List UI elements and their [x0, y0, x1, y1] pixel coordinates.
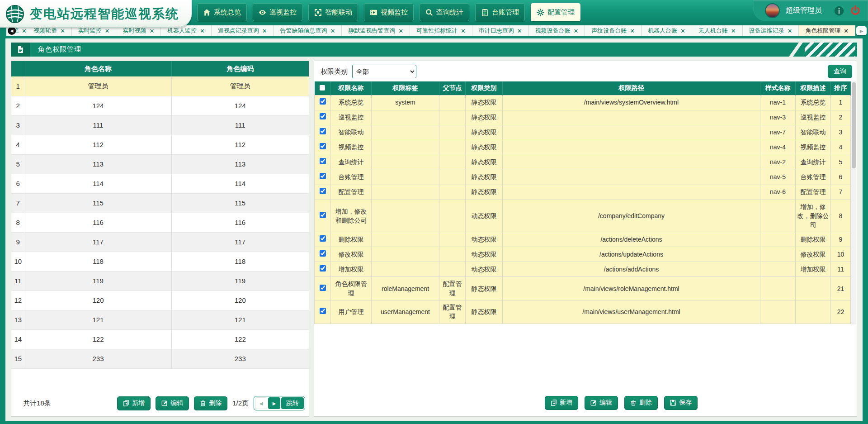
- role-row[interactable]: 8116116: [11, 213, 309, 232]
- role-row[interactable]: 1管理员管理员: [11, 76, 309, 96]
- select-all-header[interactable]: [315, 81, 331, 95]
- perm-add-button[interactable]: 新增: [545, 396, 578, 410]
- row-checkbox[interactable]: [320, 128, 326, 134]
- info-icon[interactable]: [834, 6, 844, 16]
- permission-row[interactable]: 增加权限动态权限/actions/addActions增加权限11: [315, 262, 851, 277]
- role-row[interactable]: 3111111: [11, 115, 309, 135]
- tab-close-icon[interactable]: ✕: [574, 28, 579, 34]
- nav-智能联动[interactable]: 智能联动: [308, 3, 358, 21]
- role-row[interactable]: 7115115: [11, 193, 309, 213]
- role-row[interactable]: 5113113: [11, 154, 309, 174]
- role-row[interactable]: 13121121: [11, 310, 309, 329]
- tab-close-icon[interactable]: ✕: [330, 28, 335, 34]
- tab-设备运维记录[interactable]: 设备运维记录✕: [743, 25, 799, 36]
- tab-close-icon[interactable]: ✕: [60, 28, 65, 34]
- row-index: 13: [11, 310, 25, 329]
- scrollbar[interactable]: [851, 81, 856, 324]
- perm-parent: 配置管理: [439, 300, 466, 324]
- permission-row[interactable]: 巡视监控静态权限nav-3巡视监控2: [315, 110, 851, 125]
- role-name: 117: [25, 232, 171, 252]
- permission-row[interactable]: 查询统计静态权限nav-2查询统计5: [315, 155, 851, 170]
- role-row[interactable]: 14122122: [11, 329, 309, 349]
- row-checkbox[interactable]: [320, 113, 326, 119]
- nav-巡视监控[interactable]: 巡视监控: [253, 3, 302, 21]
- row-checkbox[interactable]: [320, 98, 326, 105]
- tab-静默监视告警查询[interactable]: 静默监视告警查询✕: [342, 25, 410, 36]
- avatar[interactable]: [765, 3, 780, 18]
- tab-scroll-left-icon[interactable]: ◀: [8, 27, 16, 35]
- tab-close-icon[interactable]: ✕: [461, 28, 466, 34]
- prev-page-icon[interactable]: ◀: [255, 397, 267, 409]
- nav-台账管理[interactable]: 台账管理: [475, 3, 525, 21]
- role-add-button[interactable]: 新增: [117, 396, 151, 410]
- nav-查询统计[interactable]: 查询统计: [420, 3, 469, 21]
- row-checkbox[interactable]: [320, 173, 326, 179]
- role-row[interactable]: 6114114: [11, 174, 309, 193]
- nav-配置管理[interactable]: 配置管理: [531, 3, 580, 21]
- tab-告警缺陷信息查询[interactable]: 告警缺陷信息查询✕: [274, 25, 342, 36]
- role-name: 124: [25, 96, 171, 115]
- role-delete-button[interactable]: 删除: [194, 396, 227, 410]
- role-row[interactable]: 15233233: [11, 349, 309, 368]
- tab-close-icon[interactable]: ✕: [517, 28, 522, 34]
- role-row[interactable]: 4112112: [11, 135, 309, 154]
- permission-row[interactable]: 智能联动静态权限nav-7智能联动3: [315, 125, 851, 140]
- tab-视频设备台账[interactable]: 视频设备台账✕: [529, 25, 585, 36]
- search-button[interactable]: 查询: [828, 65, 852, 78]
- tab-close-icon[interactable]: ✕: [200, 28, 205, 34]
- tab-close-icon[interactable]: ✕: [22, 28, 27, 34]
- tab-close-icon[interactable]: ✕: [787, 28, 792, 34]
- tab-close-icon[interactable]: ✕: [630, 28, 635, 34]
- role-row[interactable]: 11119119: [11, 271, 309, 291]
- perm-delete-button[interactable]: 删除: [624, 396, 658, 410]
- perm-edit-button[interactable]: 编辑: [585, 396, 618, 410]
- tab-scroll-right-icon[interactable]: ▶: [856, 26, 867, 35]
- tab-close-icon[interactable]: ✕: [398, 28, 403, 34]
- tab-close-icon[interactable]: ✕: [680, 28, 685, 34]
- next-page-icon[interactable]: ▶: [268, 397, 280, 409]
- jump-button[interactable]: 跳转: [281, 397, 304, 409]
- role-edit-button[interactable]: 编辑: [156, 396, 189, 410]
- permission-row[interactable]: 删除权限动态权限/actions/deleteActions删除权限9: [315, 232, 851, 247]
- role-row[interactable]: 12120120: [11, 291, 309, 310]
- role-row[interactable]: 10118118: [11, 252, 309, 271]
- power-icon[interactable]: [850, 5, 861, 16]
- scrollbar-thumb[interactable]: [852, 82, 856, 168]
- tab-巡视点记录查询[interactable]: 巡视点记录查询✕: [212, 25, 274, 36]
- perm-save-button[interactable]: 保存: [664, 396, 698, 410]
- tab-机器人台账[interactable]: 机器人台账✕: [642, 25, 692, 36]
- nav-系统总览[interactable]: 系统总览: [197, 3, 247, 21]
- tab-close-icon[interactable]: ✕: [105, 28, 110, 34]
- permission-row[interactable]: 配置管理静态权限nav-6配置管理7: [315, 185, 851, 200]
- tab-close-icon[interactable]: ✕: [262, 28, 267, 34]
- role-row[interactable]: 9117117: [11, 232, 309, 252]
- row-checkbox[interactable]: [320, 212, 326, 218]
- row-checkbox[interactable]: [320, 285, 326, 291]
- tab-角色权限管理[interactable]: 角色权限管理✕: [799, 25, 855, 36]
- row-checkbox[interactable]: [320, 250, 326, 257]
- tab-可靠性指标统计[interactable]: 可靠性指标统计✕: [410, 25, 472, 36]
- row-checkbox[interactable]: [320, 143, 326, 149]
- row-checkbox[interactable]: [320, 188, 326, 194]
- row-checkbox[interactable]: [320, 235, 326, 242]
- permission-row[interactable]: 修改权限动态权限/actions/updateActions修改权限10: [315, 247, 851, 262]
- permission-row[interactable]: 台账管理静态权限nav-5台账管理6: [315, 170, 851, 185]
- permission-row[interactable]: 用户管理userManagement配置管理静态权限/main/views/us…: [315, 300, 851, 324]
- tab-审计日志查询[interactable]: 审计日志查询✕: [472, 25, 529, 36]
- tab-无人机台账[interactable]: 无人机台账✕: [692, 25, 743, 36]
- tab-声纹设备台账[interactable]: 声纹设备台账✕: [585, 25, 642, 36]
- permission-row[interactable]: 增加，修改和删除公司动态权限/company/editCompany增加，修改，…: [315, 200, 851, 232]
- permission-type-select[interactable]: 全部: [352, 65, 416, 78]
- row-checkbox[interactable]: [320, 308, 326, 314]
- row-checkbox[interactable]: [320, 265, 326, 272]
- permission-row[interactable]: 系统总览system静态权限/main/views/systemOverview…: [315, 95, 851, 110]
- tab-close-icon[interactable]: ✕: [844, 28, 849, 34]
- select-all-checkbox[interactable]: [320, 85, 325, 91]
- tab-close-icon[interactable]: ✕: [149, 28, 154, 34]
- nav-视频监控[interactable]: 视频监控: [364, 3, 414, 21]
- row-checkbox[interactable]: [320, 158, 326, 164]
- role-row[interactable]: 2124124: [11, 96, 309, 115]
- permission-row[interactable]: 角色权限管理roleManagement配置管理静态权限/main/views/…: [315, 277, 851, 300]
- tab-close-icon[interactable]: ✕: [731, 28, 736, 34]
- permission-row[interactable]: 视频监控静态权限nav-4视频监控4: [315, 140, 851, 155]
